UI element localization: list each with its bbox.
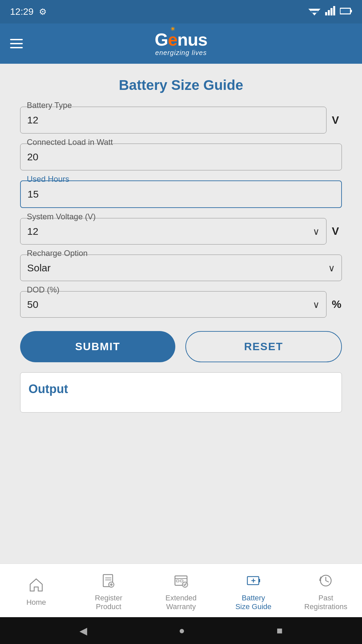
recent-button[interactable]: ■: [277, 625, 283, 636]
nav-register[interactable]: RegisterProduct: [72, 573, 145, 611]
dod-label: DOD (%): [25, 285, 61, 294]
register-icon: [101, 573, 116, 591]
recharge-option-label: Recharge Option: [25, 249, 89, 258]
nav-history[interactable]: PastRegistrations: [290, 573, 362, 611]
bottom-nav: Home RegisterProduct: [0, 564, 362, 617]
submit-button[interactable]: SUBMIT: [20, 331, 175, 362]
battery-type-group: Battery Type V: [20, 107, 342, 133]
nav-home[interactable]: Home: [0, 578, 72, 607]
history-icon: [318, 573, 333, 591]
connected-load-group: Connected Load in Watt: [20, 144, 342, 170]
used-hours-label: Used Hours: [25, 174, 71, 184]
status-bar: 12:29 ⚙: [0, 0, 362, 23]
output-title: Output: [28, 382, 68, 396]
dod-select[interactable]: 50 60 70 80: [20, 291, 326, 318]
logo-tagline: energizing lives: [155, 49, 207, 57]
nav-history-label: PastRegistrations: [304, 594, 347, 611]
svg-rect-4: [328, 10, 330, 15]
recharge-option-group: Recharge Option Solar Grid Both ∨: [20, 255, 342, 281]
back-button[interactable]: ◀: [79, 625, 87, 637]
svg-marker-2: [312, 13, 316, 15]
hamburger-menu[interactable]: [10, 39, 23, 48]
logo: Ge☀nus energizing lives: [155, 31, 207, 57]
home-button[interactable]: ●: [179, 625, 185, 636]
home-icon: [29, 578, 44, 595]
connected-load-label: Connected Load in Watt: [25, 138, 114, 147]
nav-battery-label: BatterySize Guide: [235, 594, 272, 611]
system-voltage-label: System Voltage (V): [25, 212, 97, 221]
dod-group: DOD (%) 50 60 70 80 ∨ %: [20, 291, 342, 318]
main-content: Battery Size Guide Battery Type V Connec…: [0, 64, 362, 564]
warranty-icon: [174, 573, 188, 591]
svg-rect-5: [330, 8, 333, 15]
reset-button[interactable]: RESET: [185, 331, 342, 362]
settings-icon: ⚙: [39, 7, 47, 17]
dod-suffix: %: [332, 298, 342, 311]
signal-icon: [325, 6, 335, 18]
nav-home-label: Home: [26, 598, 46, 607]
svg-rect-8: [351, 10, 352, 12]
svg-rect-18: [176, 580, 179, 582]
status-time: 12:29: [10, 6, 34, 17]
used-hours-group: Used Hours: [20, 180, 342, 208]
recharge-option-select[interactable]: Solar Grid Both: [20, 255, 342, 281]
svg-rect-6: [333, 6, 335, 15]
used-hours-input[interactable]: [20, 180, 342, 208]
battery-icon: [340, 7, 352, 17]
system-voltage-group: System Voltage (V) 12 24 48 ∨ V: [20, 218, 342, 245]
connected-load-input[interactable]: [20, 144, 342, 170]
status-right: [308, 6, 352, 18]
battery-type-suffix: V: [332, 114, 342, 126]
svg-rect-9: [341, 9, 350, 13]
android-nav: ◀ ● ■: [0, 617, 362, 644]
system-voltage-suffix: V: [332, 225, 342, 237]
svg-rect-22: [259, 579, 260, 582]
page-title: Battery Size Guide: [20, 77, 342, 93]
nav-battery[interactable]: BatterySize Guide: [217, 573, 290, 611]
wifi-icon: [308, 6, 320, 18]
svg-rect-19: [180, 580, 183, 582]
battery-type-label: Battery Type: [25, 101, 73, 110]
battery-type-input[interactable]: [20, 107, 326, 133]
svg-rect-3: [325, 12, 327, 15]
nav-register-label: RegisterProduct: [95, 594, 122, 611]
system-voltage-select[interactable]: 12 24 48: [20, 218, 326, 245]
battery-size-icon: [246, 573, 261, 591]
nav-warranty[interactable]: ExtendedWarranty: [145, 573, 217, 611]
app-header: Ge☀nus energizing lives: [0, 23, 362, 64]
status-left: 12:29 ⚙: [10, 6, 47, 17]
button-row: SUBMIT RESET: [20, 331, 342, 362]
nav-warranty-label: ExtendedWarranty: [166, 594, 197, 611]
logo-text: Ge☀nus: [155, 31, 207, 48]
output-box: Output: [20, 372, 342, 413]
